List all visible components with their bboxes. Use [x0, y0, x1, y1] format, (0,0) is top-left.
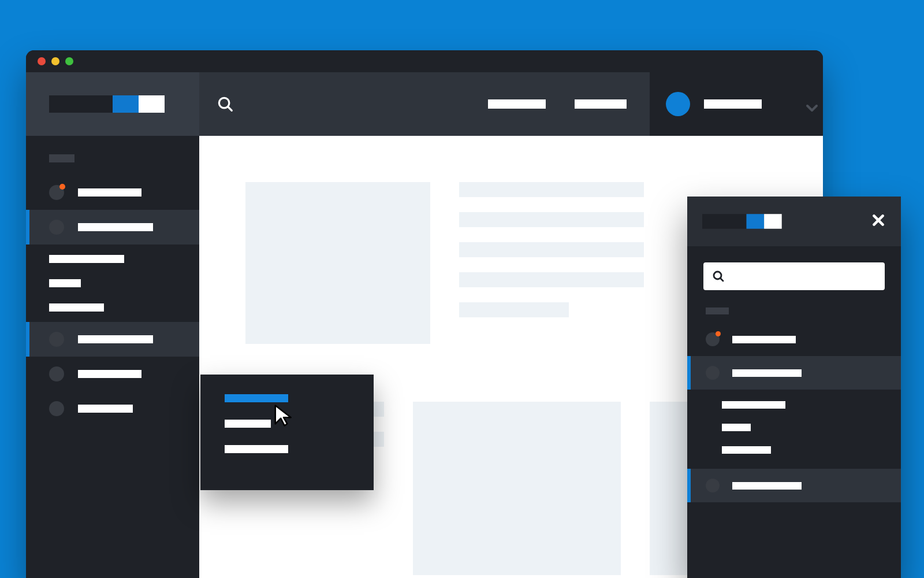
window-close-button[interactable] — [38, 57, 46, 65]
popup-item-icon — [706, 366, 720, 380]
popup-item-label — [732, 369, 802, 377]
context-menu — [200, 375, 374, 490]
context-menu-item[interactable] — [225, 445, 288, 453]
popup-search-input[interactable] — [703, 262, 885, 290]
popup-subitem[interactable] — [722, 401, 785, 409]
header-nav — [488, 72, 650, 136]
sidebar-section-heading — [49, 154, 74, 162]
popup-header — [687, 197, 901, 246]
sidebar-item-3[interactable] — [26, 322, 199, 357]
popup-section-heading — [706, 307, 729, 314]
sidebar-item-label — [78, 405, 133, 413]
popup-item-icon — [706, 332, 720, 346]
popup-item-label — [732, 336, 796, 343]
sidebar — [26, 136, 199, 578]
popup-item-2[interactable] — [687, 356, 901, 390]
logo-area[interactable] — [26, 72, 199, 136]
popup-window — [687, 197, 901, 578]
sidebar-subitem[interactable] — [49, 255, 124, 263]
svg-line-1 — [228, 107, 232, 110]
sidebar-subitem[interactable] — [49, 303, 104, 312]
popup-subnav — [703, 390, 885, 464]
sidebar-subitem[interactable] — [49, 279, 81, 287]
header — [26, 72, 823, 136]
content-text-block — [459, 182, 644, 344]
sidebar-item-icon — [49, 332, 64, 347]
popup-item-3[interactable] — [687, 469, 901, 502]
text-line — [459, 212, 644, 227]
text-line — [459, 302, 569, 317]
sidebar-subnav — [26, 244, 199, 322]
popup-item-label — [732, 482, 802, 490]
popup-item-icon — [706, 479, 720, 492]
sidebar-item-label — [78, 335, 153, 343]
popup-subitem[interactable] — [722, 424, 751, 431]
user-avatar — [666, 92, 690, 116]
svg-line-5 — [721, 279, 724, 281]
sidebar-item-icon — [49, 366, 64, 381]
app-logo — [49, 95, 165, 113]
popup-subitem[interactable] — [722, 446, 771, 454]
content-card-image — [245, 182, 430, 344]
user-menu[interactable] — [650, 72, 823, 136]
user-name — [704, 99, 762, 109]
search-icon — [711, 269, 725, 283]
sidebar-item-icon — [49, 185, 64, 200]
popup-item-1[interactable] — [687, 323, 901, 356]
popup-logo — [702, 214, 782, 229]
text-line — [459, 272, 644, 287]
search-icon — [217, 95, 234, 113]
window-minimize-button[interactable] — [51, 57, 59, 65]
nav-link-2[interactable] — [575, 99, 627, 109]
context-menu-item[interactable] — [225, 394, 288, 402]
notification-dot-icon — [59, 184, 65, 190]
sidebar-item-label — [78, 223, 153, 231]
sidebar-item-4[interactable] — [26, 357, 199, 391]
content-card — [413, 402, 621, 575]
sidebar-item-icon — [49, 220, 64, 235]
sidebar-item-1[interactable] — [26, 175, 199, 210]
sidebar-item-2[interactable] — [26, 210, 199, 244]
nav-link-1[interactable] — [488, 99, 546, 109]
close-icon — [871, 213, 886, 228]
sidebar-item-label — [78, 370, 141, 378]
text-line — [459, 242, 644, 257]
text-line — [459, 182, 644, 197]
sidebar-item-icon — [49, 401, 64, 416]
sidebar-item-5[interactable] — [26, 391, 199, 426]
window-zoom-button[interactable] — [65, 57, 73, 65]
search-button[interactable] — [199, 72, 251, 136]
sidebar-item-label — [78, 188, 141, 197]
notification-dot-icon — [716, 331, 721, 336]
context-menu-item[interactable] — [225, 420, 271, 428]
popup-close-button[interactable] — [871, 213, 886, 230]
window-titlebar — [26, 50, 823, 72]
